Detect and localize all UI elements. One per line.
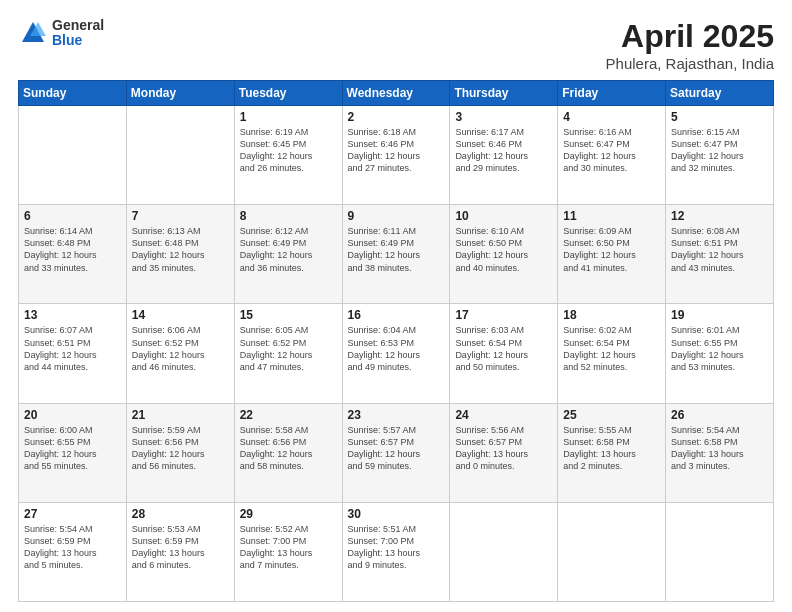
- day-number: 4: [563, 110, 660, 124]
- day-info: Sunrise: 5:53 AM Sunset: 6:59 PM Dayligh…: [132, 523, 229, 572]
- day-info: Sunrise: 5:59 AM Sunset: 6:56 PM Dayligh…: [132, 424, 229, 473]
- day-number: 15: [240, 308, 337, 322]
- day-info: Sunrise: 6:06 AM Sunset: 6:52 PM Dayligh…: [132, 324, 229, 373]
- logo-blue: Blue: [52, 33, 104, 48]
- table-row: 30Sunrise: 5:51 AM Sunset: 7:00 PM Dayli…: [342, 502, 450, 601]
- table-row: 24Sunrise: 5:56 AM Sunset: 6:57 PM Dayli…: [450, 403, 558, 502]
- logo-icon: [18, 18, 48, 48]
- day-number: 6: [24, 209, 121, 223]
- table-row: 29Sunrise: 5:52 AM Sunset: 7:00 PM Dayli…: [234, 502, 342, 601]
- col-sunday: Sunday: [19, 81, 127, 106]
- day-number: 17: [455, 308, 552, 322]
- day-info: Sunrise: 5:54 AM Sunset: 6:59 PM Dayligh…: [24, 523, 121, 572]
- day-number: 11: [563, 209, 660, 223]
- day-number: 5: [671, 110, 768, 124]
- day-number: 8: [240, 209, 337, 223]
- day-number: 1: [240, 110, 337, 124]
- calendar-title: April 2025: [606, 18, 774, 55]
- title-block: April 2025 Phulera, Rajasthan, India: [606, 18, 774, 72]
- day-info: Sunrise: 6:15 AM Sunset: 6:47 PM Dayligh…: [671, 126, 768, 175]
- day-info: Sunrise: 6:05 AM Sunset: 6:52 PM Dayligh…: [240, 324, 337, 373]
- calendar-week-2: 6Sunrise: 6:14 AM Sunset: 6:48 PM Daylig…: [19, 205, 774, 304]
- day-info: Sunrise: 6:16 AM Sunset: 6:47 PM Dayligh…: [563, 126, 660, 175]
- day-info: Sunrise: 6:01 AM Sunset: 6:55 PM Dayligh…: [671, 324, 768, 373]
- calendar-week-3: 13Sunrise: 6:07 AM Sunset: 6:51 PM Dayli…: [19, 304, 774, 403]
- table-row: 20Sunrise: 6:00 AM Sunset: 6:55 PM Dayli…: [19, 403, 127, 502]
- calendar-week-5: 27Sunrise: 5:54 AM Sunset: 6:59 PM Dayli…: [19, 502, 774, 601]
- day-info: Sunrise: 5:58 AM Sunset: 6:56 PM Dayligh…: [240, 424, 337, 473]
- day-info: Sunrise: 5:51 AM Sunset: 7:00 PM Dayligh…: [348, 523, 445, 572]
- table-row: 8Sunrise: 6:12 AM Sunset: 6:49 PM Daylig…: [234, 205, 342, 304]
- table-row: 16Sunrise: 6:04 AM Sunset: 6:53 PM Dayli…: [342, 304, 450, 403]
- day-number: 7: [132, 209, 229, 223]
- table-row: [558, 502, 666, 601]
- table-row: 25Sunrise: 5:55 AM Sunset: 6:58 PM Dayli…: [558, 403, 666, 502]
- col-tuesday: Tuesday: [234, 81, 342, 106]
- day-info: Sunrise: 6:10 AM Sunset: 6:50 PM Dayligh…: [455, 225, 552, 274]
- table-row: 15Sunrise: 6:05 AM Sunset: 6:52 PM Dayli…: [234, 304, 342, 403]
- table-row: 21Sunrise: 5:59 AM Sunset: 6:56 PM Dayli…: [126, 403, 234, 502]
- table-row: 13Sunrise: 6:07 AM Sunset: 6:51 PM Dayli…: [19, 304, 127, 403]
- day-number: 25: [563, 408, 660, 422]
- day-info: Sunrise: 6:17 AM Sunset: 6:46 PM Dayligh…: [455, 126, 552, 175]
- calendar-week-4: 20Sunrise: 6:00 AM Sunset: 6:55 PM Dayli…: [19, 403, 774, 502]
- table-row: 27Sunrise: 5:54 AM Sunset: 6:59 PM Dayli…: [19, 502, 127, 601]
- col-saturday: Saturday: [666, 81, 774, 106]
- day-info: Sunrise: 6:02 AM Sunset: 6:54 PM Dayligh…: [563, 324, 660, 373]
- day-number: 10: [455, 209, 552, 223]
- table-row: 17Sunrise: 6:03 AM Sunset: 6:54 PM Dayli…: [450, 304, 558, 403]
- day-number: 12: [671, 209, 768, 223]
- table-row: 7Sunrise: 6:13 AM Sunset: 6:48 PM Daylig…: [126, 205, 234, 304]
- logo-general: General: [52, 18, 104, 33]
- day-number: 24: [455, 408, 552, 422]
- table-row: 19Sunrise: 6:01 AM Sunset: 6:55 PM Dayli…: [666, 304, 774, 403]
- table-row: 6Sunrise: 6:14 AM Sunset: 6:48 PM Daylig…: [19, 205, 127, 304]
- table-row: 2Sunrise: 6:18 AM Sunset: 6:46 PM Daylig…: [342, 106, 450, 205]
- table-row: 1Sunrise: 6:19 AM Sunset: 6:45 PM Daylig…: [234, 106, 342, 205]
- table-row: 3Sunrise: 6:17 AM Sunset: 6:46 PM Daylig…: [450, 106, 558, 205]
- table-row: 28Sunrise: 5:53 AM Sunset: 6:59 PM Dayli…: [126, 502, 234, 601]
- day-info: Sunrise: 5:57 AM Sunset: 6:57 PM Dayligh…: [348, 424, 445, 473]
- day-number: 27: [24, 507, 121, 521]
- day-number: 30: [348, 507, 445, 521]
- day-info: Sunrise: 6:11 AM Sunset: 6:49 PM Dayligh…: [348, 225, 445, 274]
- header-row: Sunday Monday Tuesday Wednesday Thursday…: [19, 81, 774, 106]
- page: General Blue April 2025 Phulera, Rajasth…: [0, 0, 792, 612]
- day-number: 13: [24, 308, 121, 322]
- day-info: Sunrise: 6:13 AM Sunset: 6:48 PM Dayligh…: [132, 225, 229, 274]
- day-number: 19: [671, 308, 768, 322]
- day-number: 18: [563, 308, 660, 322]
- col-friday: Friday: [558, 81, 666, 106]
- calendar-table: Sunday Monday Tuesday Wednesday Thursday…: [18, 80, 774, 602]
- day-info: Sunrise: 5:56 AM Sunset: 6:57 PM Dayligh…: [455, 424, 552, 473]
- day-number: 9: [348, 209, 445, 223]
- table-row: 23Sunrise: 5:57 AM Sunset: 6:57 PM Dayli…: [342, 403, 450, 502]
- day-number: 20: [24, 408, 121, 422]
- day-number: 2: [348, 110, 445, 124]
- day-info: Sunrise: 6:07 AM Sunset: 6:51 PM Dayligh…: [24, 324, 121, 373]
- day-info: Sunrise: 6:18 AM Sunset: 6:46 PM Dayligh…: [348, 126, 445, 175]
- table-row: 9Sunrise: 6:11 AM Sunset: 6:49 PM Daylig…: [342, 205, 450, 304]
- day-info: Sunrise: 5:52 AM Sunset: 7:00 PM Dayligh…: [240, 523, 337, 572]
- day-info: Sunrise: 6:09 AM Sunset: 6:50 PM Dayligh…: [563, 225, 660, 274]
- table-row: 11Sunrise: 6:09 AM Sunset: 6:50 PM Dayli…: [558, 205, 666, 304]
- day-number: 14: [132, 308, 229, 322]
- table-row: 18Sunrise: 6:02 AM Sunset: 6:54 PM Dayli…: [558, 304, 666, 403]
- col-monday: Monday: [126, 81, 234, 106]
- day-number: 26: [671, 408, 768, 422]
- col-thursday: Thursday: [450, 81, 558, 106]
- logo: General Blue: [18, 18, 104, 49]
- table-row: [126, 106, 234, 205]
- day-info: Sunrise: 6:04 AM Sunset: 6:53 PM Dayligh…: [348, 324, 445, 373]
- table-row: [666, 502, 774, 601]
- day-info: Sunrise: 5:54 AM Sunset: 6:58 PM Dayligh…: [671, 424, 768, 473]
- calendar-subtitle: Phulera, Rajasthan, India: [606, 55, 774, 72]
- table-row: 5Sunrise: 6:15 AM Sunset: 6:47 PM Daylig…: [666, 106, 774, 205]
- col-wednesday: Wednesday: [342, 81, 450, 106]
- day-number: 28: [132, 507, 229, 521]
- table-row: [450, 502, 558, 601]
- day-number: 16: [348, 308, 445, 322]
- table-row: 26Sunrise: 5:54 AM Sunset: 6:58 PM Dayli…: [666, 403, 774, 502]
- header: General Blue April 2025 Phulera, Rajasth…: [18, 18, 774, 72]
- day-info: Sunrise: 6:19 AM Sunset: 6:45 PM Dayligh…: [240, 126, 337, 175]
